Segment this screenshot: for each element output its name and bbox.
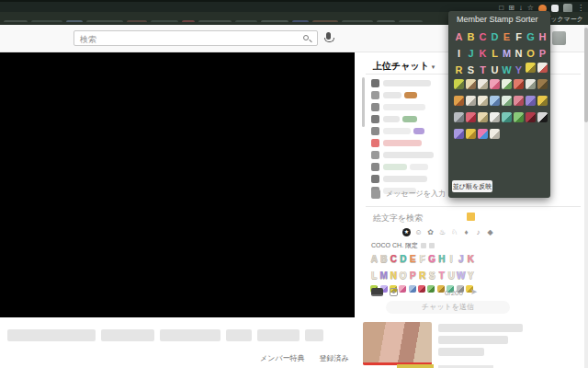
bookmark-item[interactable]: [292, 20, 309, 22]
bookmark-item[interactable]: [4, 20, 28, 22]
category-objects[interactable]: ♦: [462, 228, 470, 236]
member-stamp[interactable]: G: [525, 28, 537, 40]
member-stamp[interactable]: [477, 77, 489, 90]
member-stamp[interactable]: R: [418, 270, 428, 282]
member-stamp[interactable]: F: [418, 253, 428, 266]
member-stamp[interactable]: [525, 94, 537, 107]
member-stamp[interactable]: [537, 77, 548, 90]
bookmark-item[interactable]: [31, 20, 62, 22]
member-stamp[interactable]: T: [437, 270, 447, 282]
member-stamp[interactable]: [489, 77, 501, 90]
bookmark-items[interactable]: [4, 15, 435, 22]
member-stamp[interactable]: L: [369, 270, 379, 282]
search-input[interactable]: 検索: [74, 30, 318, 46]
page-scrollbar[interactable]: [584, 25, 588, 368]
member-stamp[interactable]: D: [489, 28, 501, 40]
bookmark-item[interactable]: [127, 20, 147, 22]
chat-input-row[interactable]: メッセージを入力: [371, 189, 446, 199]
member-stamp[interactable]: N: [389, 270, 399, 282]
member-stamp[interactable]: W: [501, 61, 513, 74]
bookmark-item[interactable]: [198, 20, 232, 22]
member-stamp[interactable]: Y: [513, 61, 525, 74]
member-stamp[interactable]: [465, 110, 477, 123]
member-stamp[interactable]: Y: [466, 270, 476, 282]
member-stamp[interactable]: I: [453, 44, 465, 57]
member-stamp[interactable]: [513, 77, 525, 90]
category-travel[interactable]: ♘: [450, 228, 458, 236]
member-stamp[interactable]: I: [447, 253, 457, 266]
member-stamp[interactable]: [465, 94, 477, 107]
member-stamp[interactable]: S: [465, 61, 477, 74]
member-stamp[interactable]: B: [465, 28, 477, 40]
member-stamp[interactable]: G: [427, 253, 437, 266]
member-stamp[interactable]: L: [489, 44, 501, 57]
member-stamp[interactable]: M: [379, 270, 390, 282]
member-stamp[interactable]: W: [457, 270, 467, 282]
account-avatar[interactable]: [552, 31, 566, 45]
member-stamp[interactable]: [525, 110, 537, 123]
member-stamp[interactable]: D: [399, 253, 409, 266]
subscribed-button[interactable]: 登録済み: [320, 353, 349, 363]
selected-emoji-swatch[interactable]: [467, 213, 475, 221]
video-player[interactable]: [0, 52, 355, 317]
recommended-thumbnail[interactable]: [363, 322, 432, 365]
member-stamp[interactable]: J: [465, 44, 477, 57]
member-stamp[interactable]: B: [379, 253, 390, 266]
bookmark-item[interactable]: [261, 20, 288, 22]
member-stamp[interactable]: [465, 77, 477, 90]
bookmark-item[interactable]: [312, 20, 338, 22]
send-icon[interactable]: ➤: [470, 287, 478, 296]
member-stamp[interactable]: [465, 127, 477, 140]
bookmark-item[interactable]: [235, 20, 257, 22]
extensions-puzzle-icon[interactable]: [551, 5, 559, 12]
apply-order-button[interactable]: 並び順を反映: [452, 180, 492, 192]
member-stamp[interactable]: [489, 127, 501, 140]
member-stamp[interactable]: E: [501, 28, 513, 40]
category-activities[interactable]: ♪: [474, 228, 482, 236]
member-stamp[interactable]: A: [369, 253, 379, 266]
member-stamp[interactable]: [513, 94, 525, 107]
member-stamp[interactable]: [453, 77, 465, 90]
member-stamp[interactable]: P: [537, 44, 548, 57]
category-member-stamps[interactable]: ★: [402, 228, 411, 236]
bookmark-item[interactable]: [399, 20, 423, 22]
chat-scrollbar[interactable]: [362, 77, 365, 127]
member-stamp[interactable]: [477, 110, 489, 123]
bookmark-item[interactable]: [66, 20, 83, 22]
member-stamp[interactable]: [537, 61, 548, 74]
bookmark-item[interactable]: [86, 20, 123, 22]
voice-search-icon[interactable]: [326, 32, 331, 40]
member-stamp[interactable]: M: [501, 44, 513, 57]
member-stamp[interactable]: U: [489, 61, 501, 74]
recommended-thumbnail-next[interactable]: [397, 364, 434, 368]
member-stamp[interactable]: H: [537, 28, 548, 40]
member-stamp[interactable]: [501, 110, 513, 123]
member-stamp[interactable]: K: [466, 253, 476, 266]
stamp-toggle-icon[interactable]: [390, 288, 398, 296]
member-stamp[interactable]: [501, 94, 513, 107]
search-icon[interactable]: [303, 35, 309, 40]
member-stamp[interactable]: O: [525, 44, 537, 57]
member-stamp[interactable]: [501, 77, 513, 90]
category-smileys[interactable]: ☺: [414, 228, 423, 236]
emoji-search-label[interactable]: 絵文字を検索: [373, 213, 423, 224]
member-stamp[interactable]: H: [437, 253, 447, 266]
member-stamp[interactable]: T: [477, 61, 489, 74]
category-symbols[interactable]: ◆: [486, 228, 494, 236]
category-animals[interactable]: ✿: [426, 228, 435, 236]
member-stamp[interactable]: F: [513, 28, 525, 40]
member-stamp[interactable]: [537, 110, 548, 123]
member-stamp[interactable]: [477, 127, 489, 140]
member-perks-button[interactable]: メンバー特典: [260, 353, 305, 363]
bookmark-item[interactable]: [377, 20, 395, 22]
member-stamp[interactable]: O: [399, 270, 409, 282]
member-stamp[interactable]: E: [408, 253, 418, 266]
chat-footer-field[interactable]: チャットを送信: [386, 301, 510, 314]
member-stamp[interactable]: [489, 94, 501, 107]
recommended-title-blurred[interactable]: [438, 324, 523, 360]
member-stamp[interactable]: [453, 94, 465, 107]
member-stamp[interactable]: [525, 61, 537, 74]
member-stamp[interactable]: [453, 127, 465, 140]
member-stamp[interactable]: K: [477, 44, 489, 57]
member-stamp[interactable]: J: [457, 253, 467, 266]
